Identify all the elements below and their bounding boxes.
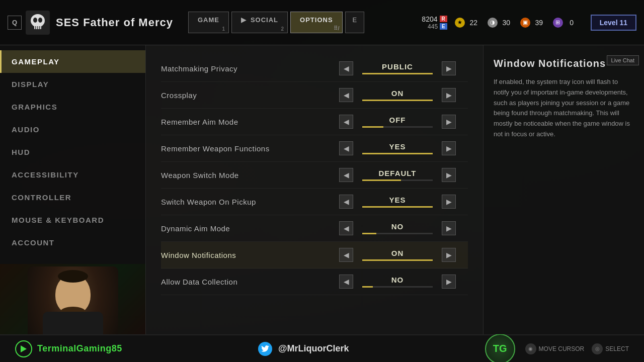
q-key[interactable]: Q <box>8 16 22 30</box>
twitter-icon <box>258 342 272 356</box>
arrow-left-window-notif[interactable]: ◀ <box>339 248 353 262</box>
arrow-right-dynamic-aim[interactable]: ▶ <box>442 221 456 235</box>
sidebar-item-display[interactable]: DISPLAY <box>0 73 145 96</box>
move-cursor-label: MOVE CURSOR <box>539 345 585 352</box>
level-badge: Level 11 <box>591 15 636 31</box>
arrow-right-remember-aim[interactable]: ▶ <box>442 115 456 129</box>
bottom-twitter: @MrLiquorClerk <box>258 342 349 356</box>
arrow-left-matchmaking[interactable]: ◀ <box>339 61 353 75</box>
resource-r2: ◑ 30 <box>488 18 513 28</box>
content-area: GAMEPLAY DISPLAY GRAPHICS AUDIO HUD ACCE… <box>0 45 644 334</box>
svg-point-3 <box>38 18 42 23</box>
arrow-left-dynamic-aim[interactable]: ◀ <box>339 221 353 235</box>
setting-value-matchmaking: PUBLIC <box>382 62 413 71</box>
resource-r1: ★ 22 <box>455 18 480 28</box>
bottom-channel: TerminalGaming85 <box>15 340 122 357</box>
setting-row-window-notifications: Window Notifications ◀ ON ▶ <box>161 242 468 268</box>
arrow-right-window-notif[interactable]: ▶ <box>442 248 456 262</box>
arrow-left-remember-aim[interactable]: ◀ <box>339 115 353 129</box>
setting-label-weapon-switch: Weapon Switch Mode <box>161 171 327 179</box>
channel-name: TerminalGaming85 <box>37 343 122 354</box>
bottom-right: TG ◉ MOVE CURSOR ◎ SELECT <box>485 334 629 363</box>
arrow-right-switch-on-pickup[interactable]: ▶ <box>442 195 456 209</box>
sidebar-item-graphics[interactable]: GRAPHICS <box>0 96 145 118</box>
setting-label-window-notif: Window Notifications <box>161 251 327 259</box>
ctrl-move: ◉ MOVE CURSOR <box>525 343 585 354</box>
arrow-right-matchmaking[interactable]: ▶ <box>442 61 456 75</box>
svg-marker-8 <box>21 345 27 352</box>
nav-tabs: GAME 1 ▶ SOCIAL 2 OPTIONS ⠿/ E <box>188 12 422 33</box>
sidebar-item-audio[interactable]: AUDIO <box>0 118 145 141</box>
sidebar-item-hud[interactable]: HUD <box>0 141 145 163</box>
resource-icon-3: ▣ <box>520 18 530 28</box>
setting-row-crossplay: Crossplay ◀ ON ▶ <box>161 82 468 109</box>
arrow-icon: ▶ <box>241 16 247 24</box>
play-icon <box>15 340 32 357</box>
setting-value-crossplay: ON <box>391 89 404 98</box>
tab-social[interactable]: ▶ SOCIAL 2 <box>231 12 288 33</box>
e-badge: E <box>440 23 447 30</box>
primary-resource: 8204 R 445 E <box>422 15 447 30</box>
arrow-left-data-collection[interactable]: ◀ <box>339 275 353 289</box>
setting-label-matchmaking: Matchmaking Privacy <box>161 64 327 73</box>
sidebar: GAMEPLAY DISPLAY GRAPHICS AUDIO HUD ACCE… <box>0 45 146 334</box>
setting-row-remember-weapon: Remember Weapon Functions ◀ YES ▶ <box>161 135 468 162</box>
setting-label-dynamic-aim: Dynamic Aim Mode <box>161 224 327 233</box>
sidebar-item-controller[interactable]: CONTROLLER <box>0 186 145 209</box>
setting-row-switch-on-pickup: Switch Weapon On Pickup ◀ YES ▶ <box>161 189 468 215</box>
tg-logo: TG <box>485 334 515 363</box>
live-chat-badge: Live Chat <box>607 55 639 65</box>
person-head <box>55 274 91 314</box>
setting-row-data-collection: Allow Data Collection ◀ NO ▶ <box>161 268 468 295</box>
game-title: SES Father of Mercy <box>56 16 173 29</box>
arrow-left-switch-on-pickup[interactable]: ◀ <box>339 195 353 209</box>
setting-row-remember-aim: Remember Aim Mode ◀ OFF ▶ <box>161 109 468 135</box>
arrow-left-weapon-switch[interactable]: ◀ <box>339 168 353 182</box>
setting-value-remember-weapon: YES <box>389 142 406 151</box>
info-panel-description: If enabled, the system tray icon will fl… <box>494 77 634 140</box>
bottom-controls: ◉ MOVE CURSOR ◎ SELECT <box>525 343 629 354</box>
skull-icon <box>26 11 50 35</box>
move-cursor-icon: ◉ <box>525 343 536 354</box>
person-body <box>43 312 103 334</box>
settings-panel: Matchmaking Privacy ◀ PUBLIC ▶ Crossplay… <box>146 45 483 334</box>
setting-label-remember-weapon: Remember Weapon Functions <box>161 144 327 153</box>
r-badge: R <box>440 16 447 22</box>
setting-value-data-collection: NO <box>391 276 404 284</box>
value-bar-matchmaking <box>362 73 433 74</box>
sidebar-item-gameplay[interactable]: GAMEPLAY <box>0 50 145 73</box>
setting-row-dynamic-aim: Dynamic Aim Mode ◀ NO ▶ <box>161 215 468 242</box>
setting-value-weapon-switch: DEFAULT <box>378 169 416 177</box>
arrow-right-weapon-switch[interactable]: ▶ <box>442 168 456 182</box>
arrow-right-crossplay[interactable]: ▶ <box>442 88 456 102</box>
ctrl-select: ◎ SELECT <box>592 343 629 354</box>
bottom-bar: TerminalGaming85 @MrLiquorClerk TG ◉ MOV… <box>0 334 644 362</box>
setting-label-crossplay: Crossplay <box>161 91 327 100</box>
twitter-handle: @MrLiquorClerk <box>278 343 349 354</box>
setting-row-matchmaking-privacy: Matchmaking Privacy ◀ PUBLIC ▶ <box>161 55 468 82</box>
setting-control-crossplay: ◀ ON ▶ <box>327 88 468 102</box>
webcam-person <box>28 266 118 334</box>
setting-label-data-collection: Allow Data Collection <box>161 278 327 286</box>
tab-options[interactable]: OPTIONS ⠿/ <box>290 12 343 33</box>
tab-game[interactable]: GAME 1 <box>188 12 229 33</box>
top-bar: Q SES Father of Mercy GAME 1 ▶ SOCIAL 2 <box>0 0 644 45</box>
arrow-right-data-collection[interactable]: ▶ <box>442 275 456 289</box>
svg-point-1 <box>31 14 45 27</box>
sidebar-item-accessibility[interactable]: ACCESSIBILITY <box>0 163 145 186</box>
tab-e[interactable]: E <box>345 12 365 33</box>
setting-value-switch-on-pickup: YES <box>389 196 406 204</box>
arrow-right-remember-weapon[interactable]: ▶ <box>442 141 456 155</box>
webcam-placeholder <box>0 264 145 334</box>
setting-value-remember-aim: OFF <box>389 116 406 124</box>
arrow-left-remember-weapon[interactable]: ◀ <box>339 141 353 155</box>
arrow-left-crossplay[interactable]: ◀ <box>339 88 353 102</box>
resource-r4: ⊞ 0 <box>553 18 578 28</box>
svg-point-2 <box>33 18 37 23</box>
webcam-area: 102/1230 <box>0 264 145 334</box>
sidebar-item-mouse-keyboard[interactable]: MOUSE & KEYBOARD <box>0 209 145 231</box>
setting-control-matchmaking: ◀ PUBLIC ▶ <box>327 61 468 75</box>
select-icon: ◎ <box>592 343 603 354</box>
sidebar-item-account[interactable]: ACCOUNT <box>0 231 145 254</box>
setting-label-remember-aim: Remember Aim Mode <box>161 118 327 126</box>
